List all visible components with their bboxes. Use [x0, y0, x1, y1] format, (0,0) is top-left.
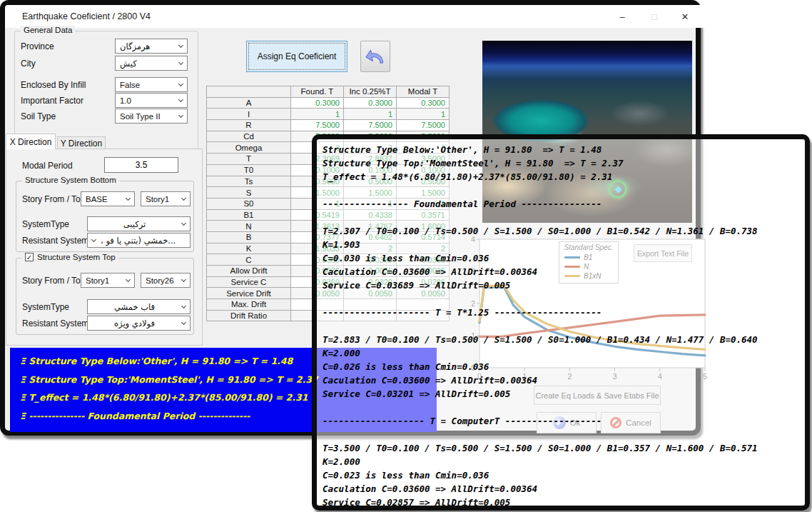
city-label: City — [21, 59, 36, 69]
row-label: B — [207, 231, 291, 243]
chevron-down-icon — [91, 237, 96, 242]
row-label: C — [207, 254, 291, 266]
structure-top-checkbox[interactable]: ✓ — [25, 253, 34, 261]
cell-value: 0.3000 — [344, 97, 397, 109]
cell-value: 1 — [291, 109, 344, 120]
row-label: Max. Drift — [207, 299, 291, 311]
infill-select[interactable]: False — [115, 77, 188, 92]
cell-value: 0.3000 — [291, 97, 344, 109]
table-row: A0.30000.30000.3000 — [207, 97, 450, 109]
structure-top-legend: Structure System Top — [37, 253, 116, 261]
table-header-row: Found. TInc 0.25%TModal T — [207, 86, 450, 98]
chevron-down-icon — [126, 196, 131, 201]
tab-x-direction[interactable]: X Direction — [6, 134, 56, 149]
system-type-label: SystemType — [22, 219, 69, 229]
close-icon: ✕ — [681, 11, 689, 22]
province-select[interactable]: هرمزگان — [115, 39, 188, 54]
importance-label: Important Factor — [21, 96, 83, 106]
story-to-value: Story26 — [146, 276, 174, 285]
row-label: R — [207, 120, 291, 131]
importance-select[interactable]: 1.0 — [115, 93, 188, 108]
row-label: T0 — [207, 164, 291, 176]
row-label: Drift Ratio — [207, 310, 291, 321]
infill-label: Enclosed By Infill — [21, 80, 86, 90]
resistant-system-select-bottom[interactable]: ، خمشي (بتني یا فو... — [87, 233, 191, 248]
cell-value: 7.5000 — [344, 120, 397, 131]
minimize-button[interactable]: – — [611, 9, 633, 25]
column-header: Found. T — [291, 86, 344, 98]
story-range-label: Story From / To — [22, 194, 81, 204]
cell-value: 7.5000 — [397, 120, 450, 131]
chevron-down-icon — [126, 277, 131, 282]
close-button[interactable]: ✕ — [674, 9, 696, 25]
table-row: R7.50007.50007.5000 — [207, 120, 450, 131]
row-label: A — [207, 97, 291, 109]
resistant-system-value: فولادي ویژه — [114, 318, 155, 328]
chevron-down-icon — [178, 81, 183, 86]
province-value: هرمزگان — [120, 41, 150, 51]
undo-button[interactable] — [360, 41, 390, 72]
title-bar: Earthquake Coeficient / 2800 V4 – □ ✕ — [5, 5, 706, 28]
story-to-select-bottom[interactable]: Story1 — [141, 191, 191, 206]
system-type-select-top[interactable]: قاب خمشي — [87, 299, 191, 314]
province-label: Province — [21, 41, 54, 51]
chevron-down-icon — [178, 60, 183, 65]
row-label: S0 — [207, 198, 291, 209]
story-from-value: Story1 — [86, 276, 109, 285]
modal-period-label: Modal Period — [22, 161, 73, 171]
row-label: Service C — [207, 276, 291, 288]
soil-type-value: Soil Type II — [120, 112, 161, 121]
modal-period-input[interactable] — [104, 157, 178, 173]
soil-type-label: Soil Type — [21, 111, 56, 121]
chevron-down-icon — [178, 43, 183, 48]
row-label: Ts — [207, 176, 291, 187]
cell-value: 1 — [344, 109, 397, 120]
table-row: I111 — [207, 109, 450, 120]
cell-value: 0.3000 — [397, 97, 450, 109]
resistant-system-select-top[interactable]: فولادي ویژه — [87, 316, 191, 331]
assign-eq-button[interactable]: Assign Eq Coeficient — [246, 41, 347, 72]
chevron-down-icon — [181, 196, 186, 201]
output-text: Structure Type Below:'Other', H = 91.80 … — [323, 143, 805, 509]
story-range-label: Story From / To — [22, 276, 81, 286]
structure-bottom-legend: Structure System Bottom — [22, 176, 119, 184]
row-label: I — [207, 109, 291, 120]
row-label: S — [207, 187, 291, 199]
column-header: Inc 0.25%T — [344, 86, 397, 98]
general-data-group: General Data Province هرمزگان City کیش E… — [14, 31, 198, 149]
x-direction-panel: Modal Period Structure System Bottom Sto… — [6, 149, 203, 346]
story-from-select-top[interactable]: Story1 — [81, 273, 135, 288]
row-label: Service Drift — [207, 288, 291, 299]
importance-value: 1.0 — [120, 96, 131, 105]
row-label: T — [207, 154, 291, 165]
maximize-button[interactable]: □ — [644, 9, 665, 25]
row-label: Cd — [207, 131, 291, 142]
corner-header — [207, 86, 291, 98]
city-select[interactable]: کیش — [115, 56, 188, 71]
column-header: Modal T — [397, 86, 450, 98]
system-type-label: SystemType — [22, 302, 69, 312]
story-to-select-top[interactable]: Story26 — [141, 273, 191, 288]
row-label: Allow Drift — [207, 266, 291, 277]
city-value: کیش — [120, 59, 137, 69]
soil-type-select[interactable]: Soil Type II — [115, 109, 188, 124]
resistant-system-label: Resistant System — [22, 318, 88, 328]
row-label: B1 — [207, 209, 291, 221]
system-type-value: قاب خمشي — [114, 302, 155, 312]
output-window: Structure Type Below:'Other', H = 91.80 … — [312, 134, 810, 511]
row-label: K — [207, 243, 291, 254]
story-from-value: BASE — [86, 195, 108, 204]
chevron-down-icon — [181, 277, 186, 282]
structure-top-group: ✓ Structure System Top Story From / To S… — [16, 258, 194, 335]
resistant-system-label: Resistant System — [22, 236, 88, 246]
chevron-down-icon — [181, 320, 186, 325]
tab-y-direction[interactable]: Y Direction — [57, 136, 106, 149]
system-type-select-bottom[interactable]: ترکیبی — [87, 216, 191, 231]
story-from-select-bottom[interactable]: BASE — [81, 191, 135, 206]
resistant-system-value: ، خمشي (بتني یا فو... — [101, 236, 176, 246]
general-data-legend: General Data — [21, 26, 75, 34]
window-title: Earthquake Coeficient / 2800 V4 — [22, 11, 151, 21]
cell-value: 1 — [397, 109, 450, 120]
chevron-down-icon — [181, 221, 186, 226]
row-label: Omega — [207, 142, 291, 154]
